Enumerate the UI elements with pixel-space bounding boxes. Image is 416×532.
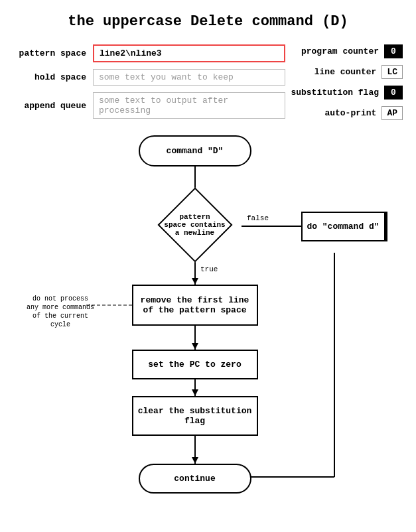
substitution-flag-label: substitution flag bbox=[291, 88, 379, 98]
hold-space-label: hold space bbox=[13, 72, 86, 82]
line-counter-value: LC bbox=[381, 65, 403, 79]
svg-marker-6 bbox=[192, 343, 198, 350]
substitution-flag-value: 0 bbox=[384, 86, 403, 100]
svg-marker-8 bbox=[192, 389, 198, 396]
svg-marker-3 bbox=[192, 278, 198, 285]
set-pc-node: set the PC to zero bbox=[132, 350, 258, 379]
pattern-space-input[interactable]: line2\nline3 bbox=[93, 44, 285, 62]
pattern-space-label: pattern space bbox=[13, 48, 86, 58]
note-text: do not process any more commands of the … bbox=[26, 295, 96, 329]
hold-space-input[interactable]: some text you want to keep bbox=[93, 69, 285, 86]
auto-print-label: auto-print bbox=[324, 108, 376, 118]
auto-print-row: auto-print AP bbox=[291, 106, 403, 120]
clear-flag-node: clear the substitution flag bbox=[132, 396, 258, 436]
fields-area: pattern space line2\nline3 hold space so… bbox=[0, 44, 416, 119]
auto-print-value: AP bbox=[381, 106, 403, 120]
page-title: the uppercase Delete command (D) bbox=[0, 13, 416, 30]
append-queue-label: append queue bbox=[13, 101, 86, 111]
substitution-flag-row: substitution flag 0 bbox=[291, 86, 403, 100]
diamond-node: pattern space contains a newline bbox=[149, 198, 242, 251]
start-node: command "D" bbox=[139, 135, 251, 166]
line-counter-row: line counter LC bbox=[291, 65, 403, 79]
continue-node: continue bbox=[139, 464, 251, 494]
append-queue-input[interactable]: some text to output after processing bbox=[93, 92, 285, 119]
remove-line-node: remove the first line of the pattern spa… bbox=[132, 285, 258, 326]
svg-text:false: false bbox=[247, 214, 269, 222]
flowchart: true false command "D" bbox=[16, 125, 401, 503]
line-counter-label: line counter bbox=[314, 67, 377, 77]
do-command-d-node: do "command d" bbox=[301, 212, 387, 241]
program-counter-label: program counter bbox=[301, 46, 379, 56]
page: the uppercase Delete command (D) pattern… bbox=[0, 0, 416, 532]
program-counter-value: 0 bbox=[384, 44, 403, 58]
svg-text:true: true bbox=[200, 265, 218, 273]
right-fields: program counter 0 line counter LC substi… bbox=[291, 44, 403, 127]
program-counter-row: program counter 0 bbox=[291, 44, 403, 58]
svg-marker-10 bbox=[192, 457, 198, 464]
